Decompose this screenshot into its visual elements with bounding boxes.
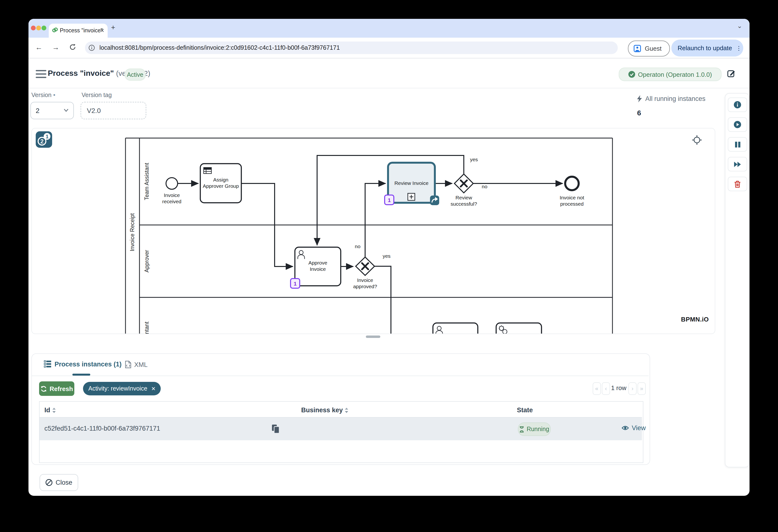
definition-details-panel: Process instances (1) XML Refresh Activi… [31,353,650,465]
reload-button[interactable] [69,44,76,53]
state-badge: Running [518,423,551,436]
chevron-down-icon [63,107,69,115]
end-event-label-2: processed [560,201,584,207]
pagination-prev-button[interactable]: ‹ [602,382,610,395]
pool-invoice-receipt [126,138,613,333]
relaunch-to-update-button[interactable]: Relaunch to update ⋮ [671,40,743,57]
required-marker: • [53,92,55,98]
url-text: localhost:8081/bpm/process-definitions/i… [99,45,340,51]
running-instances-header: All running instances [637,95,705,102]
bpmn-diagram-svg: Invoice Receipt Team Assistant Approver … [32,129,715,333]
play-button[interactable] [728,117,747,132]
approve-instance-count-badge[interactable]: 1 [291,279,300,288]
svg-text:1: 1 [46,134,49,140]
review-instance-count-badge[interactable]: 1 [385,195,394,205]
header-divider [28,88,750,88]
new-tab-button[interactable]: + [111,23,115,31]
version-tag-label: Version tag [82,92,112,98]
profile-icon [634,45,641,52]
bpmn-diagram-canvas[interactable]: Invoice Receipt Team Assistant Approver … [31,128,715,334]
start-event-invoice-received[interactable] [166,178,178,189]
forward-button[interactable]: → [52,43,59,51]
hamburger-menu-icon[interactable] [36,70,46,80]
browser-tab-strip: Process "invoice" ✕ + ⌄ [28,19,750,37]
end-event-invoice-not-processed[interactable] [565,177,579,190]
lane-label-accountant: Accountant [144,321,150,333]
guest-profile-button[interactable]: Guest [628,41,670,57]
column-header-business-key[interactable]: Business key [301,406,349,414]
table-row[interactable]: c52fed51-c4c1-11f0-b00f-6a73f9767171 Run… [40,417,642,440]
xml-file-icon [125,361,131,368]
bpmn-io-logo: BPMN.iO [681,316,709,323]
task-review-label: Review Invoice [394,180,428,186]
version-select[interactable]: 2 [30,102,74,119]
svg-text:1: 1 [388,197,391,203]
pagination-rows-label: 1 row [611,384,627,391]
pagination-first-button[interactable]: « [593,382,601,395]
copy-icon[interactable] [272,424,280,436]
close-button[interactable]: Close [40,474,78,491]
tab-process-instances[interactable]: Process instances (1) [44,360,122,368]
flow-label-no-review: no [482,184,487,189]
gateway-review-label-2: successful? [451,201,477,207]
activity-filter-chip[interactable]: Activity: reviewInvoice ✕ [83,382,161,395]
version-label: Version • [31,92,55,98]
gateway-approved-label-1: Invoice [357,277,373,283]
info-button[interactable] [728,97,747,112]
start-event-label-2: received [162,199,181,204]
column-header-state: State [517,406,533,414]
deployment-overlay-badge[interactable]: 1 2 [36,131,52,148]
end-event-label-1: Invoice not [560,195,584,200]
browser-tab[interactable]: Process "invoice" ✕ [49,24,107,37]
fast-forward-button[interactable] [728,157,747,171]
pool-label: Invoice Receipt [129,213,135,251]
version-tag-input[interactable]: V2.0 [81,102,146,119]
instance-id[interactable]: c52fed51-c4c1-11f0-b00f-6a73f9767171 [45,425,160,432]
start-event-label-1: Invoice [164,193,180,198]
edit-icon[interactable] [727,69,735,79]
flow-label-yes-review: yes [470,157,478,162]
guest-label: Guest [645,45,662,52]
crosshair-icon[interactable] [692,135,702,147]
check-circle-icon [628,71,635,78]
site-info-icon[interactable] [88,45,95,51]
traffic-zoom-button[interactable] [42,25,46,30]
pagination-next-button[interactable]: › [628,382,637,395]
business-rule-task-icon [204,167,211,173]
chip-remove-icon[interactable]: ✕ [151,385,156,392]
running-instances-count[interactable]: 6 [637,108,641,117]
lane-label-team-assistant: Team Assistant [144,163,150,200]
svg-text:1: 1 [294,281,297,287]
refresh-icon [41,385,47,392]
flow-label-yes-approved: yes [383,253,391,259]
sort-icon[interactable] [345,407,349,413]
task-prepare-bank-transfer[interactable] [433,323,478,333]
traffic-minimize-button[interactable] [36,25,41,30]
tab-search-chevron-icon[interactable]: ⌄ [737,22,742,29]
hourglass-icon [519,426,524,432]
back-button[interactable]: ← [35,43,43,51]
migrate-overlay-badge[interactable] [430,196,439,205]
panel-resize-handle[interactable] [366,335,380,338]
tab-xml[interactable]: XML [125,361,148,368]
refresh-button[interactable]: Refresh [39,381,74,396]
sort-icon[interactable] [52,407,56,413]
tab-close-icon[interactable]: ✕ [100,27,104,34]
eye-icon [622,425,629,431]
view-link[interactable]: View [622,424,646,432]
kebab-menu-icon[interactable]: ⋮ [736,45,742,52]
subprocess-plus-marker[interactable] [408,193,415,200]
status-badge: Active [125,69,146,81]
lane-label-approver: Approver [144,250,150,273]
gateway-review-label-1: Review [456,195,472,200]
task-approve-label-1: Approve [308,260,327,265]
lightning-icon [637,95,642,102]
list-icon [44,360,51,368]
delete-button[interactable] [728,177,747,191]
traffic-close-button[interactable] [31,25,36,30]
column-header-id[interactable]: Id [45,406,56,414]
pagination-last-button[interactable]: » [637,382,646,395]
pause-button[interactable] [728,137,747,152]
url-bar[interactable]: localhost:8081/bpm/process-definitions/i… [85,42,618,54]
relaunch-label: Relaunch to update [678,45,732,52]
